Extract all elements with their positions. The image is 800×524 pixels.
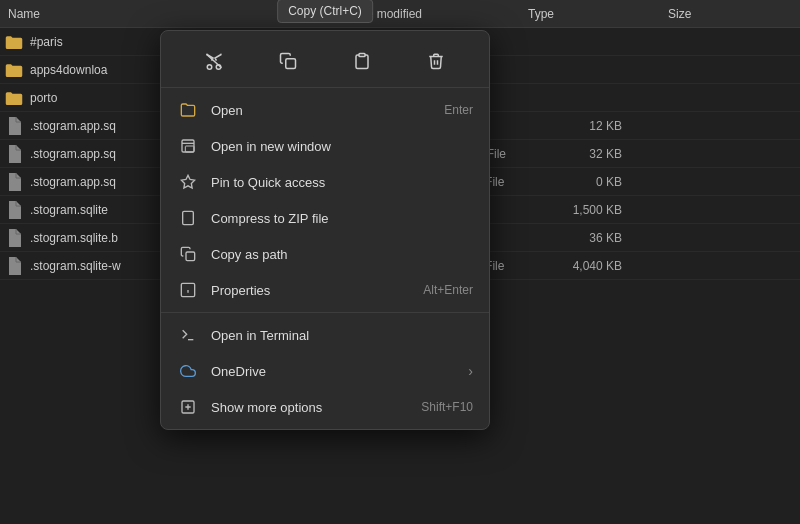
dots-icon: [177, 396, 199, 418]
menu-item-shortcut-show-more: Shift+F10: [421, 400, 473, 414]
svg-point-0: [207, 65, 212, 70]
svg-rect-9: [183, 211, 194, 224]
menu-item-pin-quick-access[interactable]: Pin to Quick access: [161, 164, 489, 200]
menu-items: OpenEnter Open in new window Pin to Quic…: [161, 92, 489, 425]
svg-rect-4: [359, 54, 365, 57]
menu-item-properties[interactable]: PropertiesAlt+Enter: [161, 272, 489, 308]
menu-item-label-onedrive: OneDrive: [211, 364, 468, 379]
cut-button[interactable]: [194, 43, 234, 79]
folder-icon: [4, 60, 24, 80]
info-icon: [177, 279, 199, 301]
folder-open-icon: [177, 99, 199, 121]
menu-item-open-new-window[interactable]: Open in new window: [161, 128, 489, 164]
menu-item-copy-as-path[interactable]: Copy as path: [161, 236, 489, 272]
file-size: 4,040 KB: [550, 259, 630, 273]
menu-item-label-open-new-window: Open in new window: [211, 139, 473, 154]
menu-item-open-terminal[interactable]: Open in Terminal: [161, 317, 489, 353]
col-header-size: Size: [660, 7, 740, 21]
folder-icon: [4, 32, 24, 52]
terminal-icon: [177, 324, 199, 346]
menu-item-shortcut-open: Enter: [444, 103, 473, 117]
menu-divider: [161, 312, 489, 313]
file-icon: [4, 116, 24, 136]
svg-rect-3: [286, 59, 296, 69]
menu-item-shortcut-properties: Alt+Enter: [423, 283, 473, 297]
file-icon: [4, 144, 24, 164]
window-icon: [177, 135, 199, 157]
col-header-name: Name: [0, 7, 340, 21]
svg-rect-7: [185, 146, 194, 152]
column-headers: Name Date modified Type Size: [0, 0, 800, 28]
file-size: 32 KB: [550, 147, 630, 161]
menu-item-label-show-more: Show more options: [211, 400, 421, 415]
menu-item-label-copy-as-path: Copy as path: [211, 247, 473, 262]
menu-item-onedrive[interactable]: OneDrive›: [161, 353, 489, 389]
folder-icon: [4, 88, 24, 108]
paste-button[interactable]: [342, 43, 382, 79]
col-header-date: Date modified: [340, 7, 520, 21]
menu-item-arrow-onedrive: ›: [468, 363, 473, 379]
file-size: 36 KB: [550, 231, 630, 245]
file-icon: [4, 200, 24, 220]
zip-icon: [177, 207, 199, 229]
file-size: 1,500 KB: [550, 203, 630, 217]
col-header-type: Type: [520, 7, 660, 21]
file-icon: [4, 228, 24, 248]
file-size: 0 KB: [550, 175, 630, 189]
menu-item-label-compress-zip: Compress to ZIP file: [211, 211, 473, 226]
star-icon: [177, 171, 199, 193]
menu-icon-toolbar: [161, 35, 489, 88]
menu-item-label-open-terminal: Open in Terminal: [211, 328, 473, 343]
menu-item-compress-zip[interactable]: Compress to ZIP file: [161, 200, 489, 236]
copy-button[interactable]: [268, 43, 308, 79]
delete-button[interactable]: [416, 43, 456, 79]
file-icon: [4, 256, 24, 276]
svg-rect-13: [186, 252, 195, 261]
menu-item-label-pin-quick-access: Pin to Quick access: [211, 175, 473, 190]
menu-item-open[interactable]: OpenEnter: [161, 92, 489, 128]
menu-item-label-open: Open: [211, 103, 444, 118]
cloud-icon: [177, 360, 199, 382]
path-icon: [177, 243, 199, 265]
menu-item-label-properties: Properties: [211, 283, 423, 298]
svg-marker-8: [181, 175, 194, 188]
file-size: 12 KB: [550, 119, 630, 133]
context-menu: Copy (Ctrl+C): [160, 30, 490, 430]
file-icon: [4, 172, 24, 192]
menu-item-show-more[interactable]: Show more optionsShift+F10: [161, 389, 489, 425]
